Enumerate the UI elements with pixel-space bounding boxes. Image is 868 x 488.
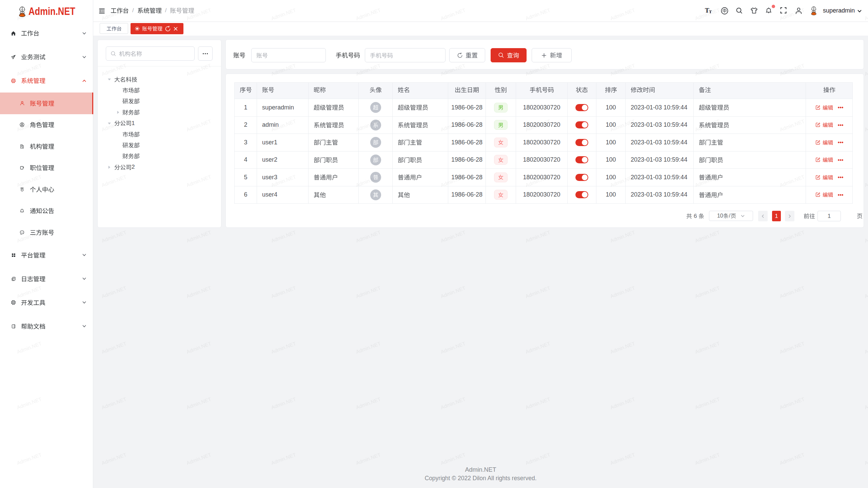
svg-text:T: T (709, 9, 712, 14)
